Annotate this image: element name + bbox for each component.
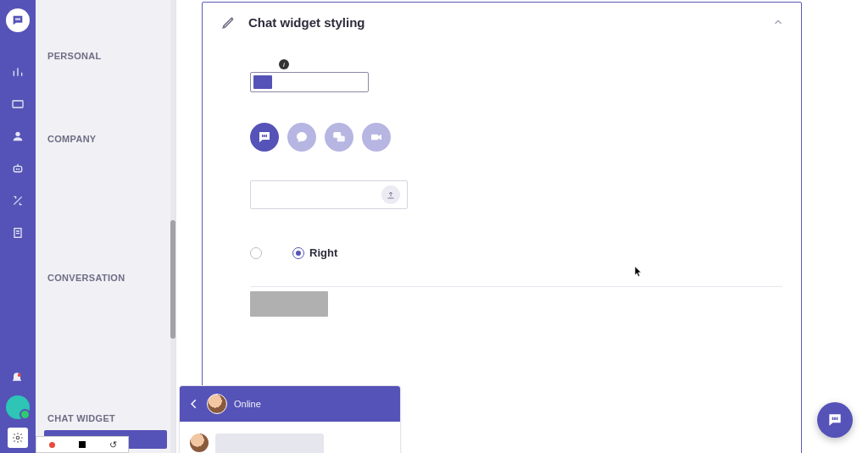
- nav-bot-icon[interactable]: [10, 161, 25, 176]
- agent-avatar: [207, 394, 227, 414]
- nav-docs-icon[interactable]: [10, 225, 25, 240]
- save-button[interactable]: [250, 291, 328, 317]
- svg-rect-0: [15, 18, 16, 20]
- settings-button[interactable]: [8, 428, 28, 448]
- card-title: Chat widget styling: [248, 15, 365, 30]
- svg-rect-1: [17, 18, 18, 20]
- section-divider: [250, 286, 782, 287]
- launcher-icon-option-multi[interactable]: [325, 123, 353, 152]
- chat-multi-icon: [331, 130, 347, 145]
- back-icon: [188, 398, 200, 410]
- svg-point-6: [16, 168, 18, 170]
- sidebar-scrollbar-thumb[interactable]: [170, 220, 175, 339]
- nav-analytics-icon[interactable]: [10, 64, 25, 80]
- nav-users-icon[interactable]: [10, 129, 25, 144]
- screen-recorder-bar: ↺: [36, 436, 129, 453]
- chat-bars-icon: [257, 130, 272, 145]
- nav-conversations-icon[interactable]: [10, 97, 25, 112]
- svg-rect-22: [837, 417, 838, 420]
- stop-recording-button[interactable]: [67, 439, 97, 450]
- left-rail: [0, 0, 36, 453]
- video-icon: [370, 130, 383, 144]
- restart-recording-button[interactable]: ↺: [97, 439, 128, 450]
- agent-status: Online: [234, 399, 261, 409]
- svg-rect-3: [13, 101, 23, 108]
- svg-point-4: [15, 132, 19, 136]
- widget-position-radios: Right: [250, 246, 782, 259]
- color-swatch: [253, 75, 272, 89]
- sidebar-category: CONVERSATION: [47, 273, 164, 283]
- notifications-icon[interactable]: [10, 372, 25, 387]
- card-header: Chat widget styling: [203, 3, 801, 41]
- message-incoming: [190, 434, 390, 453]
- launcher-icon-picker: [250, 123, 782, 152]
- svg-point-10: [16, 436, 19, 439]
- settings-sidebar: PERSONAL COMPANY CONVERSATION CHAT WIDGE…: [36, 0, 176, 453]
- svg-rect-21: [834, 417, 836, 420]
- svg-point-9: [18, 373, 21, 377]
- upload-icon: [381, 185, 400, 204]
- rail-bottom: [0, 372, 36, 448]
- svg-rect-16: [371, 135, 378, 141]
- svg-rect-13: [266, 135, 268, 137]
- preview-frame: Online: [179, 385, 401, 453]
- brand-logo: [6, 8, 30, 32]
- current-user-avatar[interactable]: [6, 395, 30, 419]
- edit-icon: [221, 14, 236, 30]
- sidebar-category: CHAT WIDGET: [47, 413, 164, 423]
- nav-routing-icon[interactable]: [10, 193, 25, 208]
- record-indicator[interactable]: [36, 439, 67, 450]
- info-icon[interactable]: i: [279, 59, 289, 69]
- launcher-icon-option-comment[interactable]: [287, 123, 316, 152]
- launcher-icon-option-video[interactable]: [362, 123, 391, 152]
- speech-bubble-icon: [295, 130, 309, 144]
- preview-header: Online: [180, 386, 400, 422]
- collapse-icon[interactable]: [772, 16, 784, 28]
- message-avatar: [190, 434, 209, 452]
- logo-icon: [11, 14, 25, 27]
- sidebar-category: PERSONAL: [47, 51, 164, 61]
- radio-label: Right: [309, 246, 337, 259]
- primary-color-field: i: [250, 58, 782, 92]
- position-right-radio[interactable]: Right: [292, 246, 337, 259]
- custom-icon-upload[interactable]: [250, 180, 408, 209]
- svg-rect-12: [264, 135, 265, 137]
- message-bubble: [215, 434, 324, 453]
- sidebar-category: COMPANY: [47, 134, 164, 144]
- launcher-icon-option-msg[interactable]: [250, 123, 279, 152]
- svg-rect-15: [337, 136, 345, 142]
- chat-bars-icon: [826, 412, 843, 428]
- color-input[interactable]: [250, 72, 369, 92]
- svg-rect-11: [262, 135, 264, 137]
- chat-widget-styling-card: Chat widget styling i: [202, 2, 802, 453]
- preview-messages: [180, 422, 400, 453]
- main-content: Chat widget styling i: [176, 0, 868, 453]
- svg-rect-5: [14, 166, 21, 172]
- position-left-radio[interactable]: [250, 247, 262, 259]
- svg-point-7: [18, 168, 19, 170]
- widget-preview: Online: [179, 385, 401, 453]
- svg-rect-2: [19, 18, 19, 20]
- svg-rect-20: [832, 417, 834, 420]
- chat-launcher-button[interactable]: [817, 402, 853, 438]
